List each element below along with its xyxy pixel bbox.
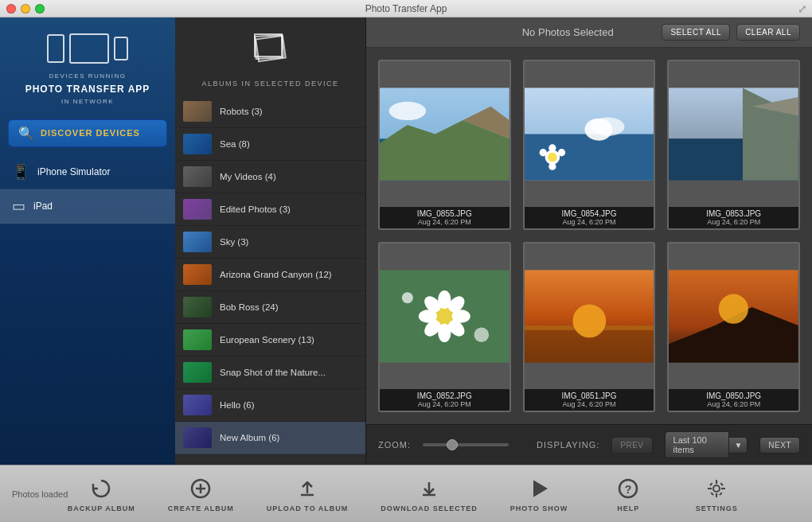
svg-point-39	[719, 294, 748, 324]
photo-item-852[interactable]: IMG_0852.JPG Aug 24, 6:20 PM	[378, 242, 511, 412]
in-network-label: IN NETWORK	[25, 97, 150, 107]
album-item-arizona[interactable]: Arizona Grand Canyon (12)	[175, 259, 365, 291]
photo-show-button[interactable]: PHOTO SHOW	[494, 469, 584, 519]
help-button[interactable]: ? HELP	[584, 469, 672, 519]
svg-rect-52	[716, 493, 717, 497]
photo-filename-853: IMG_0853.JPG	[673, 209, 794, 218]
sidebar-item-ipad[interactable]: ▭ iPad	[0, 189, 175, 224]
ipad-icon: ▭	[12, 197, 25, 215]
upload-to-album-button[interactable]: UPLOAD TO ALBUM	[251, 469, 365, 519]
album-thumb-new	[183, 427, 212, 448]
photo-info-852: IMG_0852.JPG Aug 24, 6:20 PM	[380, 389, 509, 411]
album-item-edited[interactable]: Edited Photos (3)	[175, 193, 365, 226]
svg-rect-53	[708, 488, 712, 489]
create-album-button[interactable]: CREATE ALBUM	[152, 469, 250, 519]
photos-grid: IMG_0855.JPG Aug 24, 6:20 PM	[366, 48, 812, 424]
album-item-sky[interactable]: Sky (3)	[175, 226, 365, 259]
zoom-thumb[interactable]	[447, 439, 458, 450]
sidebar-header: DEVICES RUNNING PHOTO TRANSFER APP IN NE…	[0, 18, 175, 119]
app-name-label: PHOTO TRANSFER APP	[25, 82, 150, 97]
app-label: DEVICES RUNNING PHOTO TRANSFER APP IN NE…	[25, 72, 150, 107]
backup-icon	[88, 476, 114, 501]
upload-label: UPLOAD TO ALBUM	[267, 504, 349, 512]
displaying-label: DISPLAYING:	[537, 440, 599, 450]
album-item-videos[interactable]: My Videos (4)	[175, 161, 365, 193]
svg-rect-56	[719, 492, 722, 495]
titlebar: Photo Transfer App ⤢	[0, 0, 812, 18]
stack-page-3	[254, 33, 283, 57]
svg-point-35	[572, 304, 606, 337]
album-item-snapshot[interactable]: Snap Shot of the Nature...	[175, 356, 365, 389]
display-select-arrow[interactable]: ▼	[729, 437, 748, 454]
settings-button[interactable]: SETTINGS	[673, 469, 760, 519]
minimize-button[interactable]	[21, 4, 30, 14]
zoom-label: ZOOM:	[378, 440, 411, 450]
display-select-wrapper: Last 100 items ▼	[665, 431, 748, 458]
album-label-new: New Album (6)	[220, 433, 279, 442]
next-button[interactable]: NEXT	[759, 437, 800, 454]
photo-filename-850: IMG_0850.JPG	[673, 392, 794, 400]
photo-item-853[interactable]: IMG_0853.JPG Aug 24, 6:20 PM	[667, 60, 800, 230]
photo-thumb-852	[380, 243, 509, 389]
download-label: DOWNLOAD SELECTED	[381, 504, 478, 512]
maximize-button[interactable]	[35, 4, 45, 14]
album-label-snapshot: Snap Shot of the Nature...	[220, 368, 326, 377]
help-icon: ?	[615, 476, 641, 501]
discover-devices-button[interactable]: 🔍 DISCOVER DEVICES	[8, 119, 167, 147]
create-label: CREATE ALBUM	[168, 504, 234, 512]
prev-button[interactable]: PREV	[611, 437, 652, 454]
download-icon	[416, 476, 442, 501]
album-label-sea: Sea (8)	[220, 139, 250, 149]
photo-item-855[interactable]: IMG_0855.JPG Aug 24, 6:20 PM	[378, 60, 511, 230]
svg-point-11	[539, 149, 546, 156]
backup-label: BACKUP ALBUM	[68, 504, 135, 512]
album-label-videos: My Videos (4)	[220, 172, 276, 181]
album-thumb-sea	[183, 134, 212, 154]
album-item-robots[interactable]: Robots (3)	[175, 95, 365, 128]
photo-item-850[interactable]: IMG_0850.JPG Aug 24, 6:20 PM	[667, 242, 800, 412]
settings-label: SETTINGS	[696, 504, 738, 512]
toolbar: Photos loaded BACKUP ALBUM CREATE ALBUM	[0, 465, 812, 522]
photo-date-850: Aug 24, 6:20 PM	[673, 400, 794, 408]
album-stack-icon	[251, 33, 291, 73]
photos-status: No Photos Selected	[474, 26, 662, 38]
toolbar-actions: BACKUP ALBUM CREATE ALBUM	[0, 466, 812, 522]
svg-rect-58	[720, 482, 724, 485]
album-thumb-arizona	[183, 264, 212, 285]
photo-info-851: IMG_0851.JPG Aug 24, 6:20 PM	[525, 389, 654, 411]
album-panel-header: ALBUMS IN SELECTED DEVICE	[175, 18, 365, 95]
album-item-european[interactable]: European Scenery (13)	[175, 324, 365, 356]
zoom-slider[interactable]	[423, 443, 509, 446]
photo-thumb-850	[669, 243, 798, 389]
album-item-new[interactable]: New Album (6)	[175, 422, 365, 454]
device-list: 📱 iPhone Simulator ▭ iPad	[0, 155, 175, 224]
svg-point-12	[557, 149, 564, 156]
album-thumb-european	[183, 329, 212, 350]
photo-filename-855: IMG_0855.JPG	[385, 209, 505, 218]
photo-item-854[interactable]: IMG_0854.JPG Aug 24, 6:20 PM	[523, 60, 656, 230]
svg-point-32	[474, 327, 490, 342]
download-selected-button[interactable]: DOWNLOAD SELECTED	[365, 469, 494, 519]
album-item-sea[interactable]: Sea (8)	[175, 128, 365, 161]
album-item-bob[interactable]: Bob Ross (24)	[175, 291, 365, 324]
window-title: Photo Transfer App	[365, 3, 447, 14]
album-panel: ALBUMS IN SELECTED DEVICE Robots (3) Sea…	[175, 18, 366, 465]
album-thumb-snapshot	[183, 362, 212, 383]
window-controls[interactable]	[6, 4, 45, 14]
svg-rect-19	[669, 138, 743, 180]
iphone-label: iPhone Simulator	[37, 166, 110, 177]
svg-rect-51	[716, 480, 717, 484]
main-content: DEVICES RUNNING PHOTO TRANSFER APP IN NE…	[0, 18, 812, 465]
photo-item-851[interactable]: IMG_0851.JPG Aug 24, 6:20 PM	[523, 242, 656, 412]
header-buttons: SELECT ALL CLEAR ALL	[662, 24, 800, 41]
album-panel-title: ALBUMS IN SELECTED DEVICE	[201, 80, 338, 88]
discover-button-label: DISCOVER DEVICES	[41, 128, 140, 138]
clear-all-button[interactable]: CLEAR ALL	[736, 24, 800, 41]
album-item-hello[interactable]: Hello (6)	[175, 389, 365, 422]
close-button[interactable]	[6, 4, 16, 14]
sidebar-item-iphone[interactable]: 📱 iPhone Simulator	[0, 155, 175, 189]
select-all-button[interactable]: SELECT ALL	[662, 24, 730, 41]
search-icon: 🔍	[18, 126, 34, 141]
album-thumb-edited	[183, 199, 212, 220]
discover-highlight: DISCOVER	[41, 128, 92, 138]
